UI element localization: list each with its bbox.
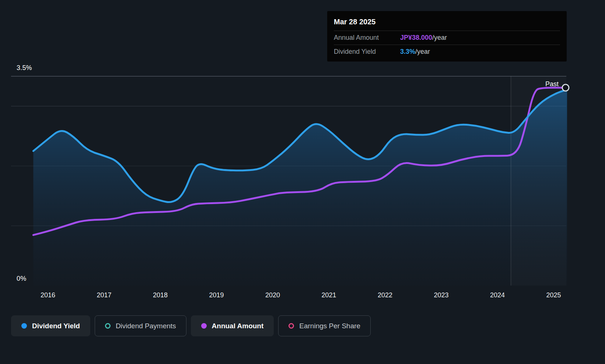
legend-annual-amount-label: Annual Amount <box>212 322 264 330</box>
legend-annual-amount-marker <box>201 323 207 329</box>
tooltip-annual-value: JP¥38.000 <box>400 34 432 41</box>
tooltip: Mar 28 2025 Annual Amount JP¥38.000/year… <box>327 11 567 62</box>
legend-dividend-payments-marker <box>105 323 111 329</box>
x-tick-2018: 2018 <box>153 291 168 299</box>
legend-annual-amount-button[interactable]: Annual Amount <box>191 315 274 336</box>
y-axis-top-label: 3.5% <box>17 64 32 72</box>
tooltip-annual-label: Annual Amount <box>334 34 400 42</box>
legend-dividend-yield-label: Dividend Yield <box>32 322 80 330</box>
x-tick-2016: 2016 <box>41 291 55 299</box>
legend-earnings-per-share-marker <box>288 323 294 329</box>
x-tick-2019: 2019 <box>209 291 224 299</box>
legend-earnings-per-share-label: Earnings Per Share <box>299 322 360 330</box>
x-tick-2022: 2022 <box>378 291 392 299</box>
y-axis-bottom-label: 0% <box>17 275 26 283</box>
legend: Dividend YieldDividend PaymentsAnnual Am… <box>11 315 371 336</box>
tooltip-yield-suffix: /year <box>415 48 430 55</box>
current-value-marker <box>562 84 569 91</box>
tooltip-yield-value: 3.3% <box>400 48 415 55</box>
x-tick-2020: 2020 <box>265 291 280 299</box>
tooltip-date: Mar 28 2025 <box>334 15 560 31</box>
tooltip-annual-suffix: /year <box>432 34 447 41</box>
yield-area-fill <box>33 90 567 286</box>
tooltip-row-annual-amount: Annual Amount JP¥38.000/year <box>334 31 560 45</box>
x-tick-2025: 2025 <box>546 291 561 299</box>
past-label: Past <box>545 80 559 88</box>
x-tick-2017: 2017 <box>97 291 111 299</box>
x-tick-2021: 2021 <box>321 291 336 299</box>
legend-dividend-yield-button[interactable]: Dividend Yield <box>11 315 90 336</box>
legend-dividend-yield-marker <box>21 323 27 329</box>
dividend-chart-page: 3.5% 0% Past 201620172018201920202021202… <box>0 0 605 364</box>
x-tick-2024: 2024 <box>490 291 505 299</box>
tooltip-row-dividend-yield: Dividend Yield 3.3%/year <box>334 45 560 59</box>
tooltip-yield-label: Dividend Yield <box>334 48 400 56</box>
legend-earnings-per-share-button[interactable]: Earnings Per Share <box>278 315 371 336</box>
x-tick-2023: 2023 <box>434 291 448 299</box>
legend-dividend-payments-label: Dividend Payments <box>116 322 176 330</box>
legend-dividend-payments-button[interactable]: Dividend Payments <box>95 315 186 336</box>
